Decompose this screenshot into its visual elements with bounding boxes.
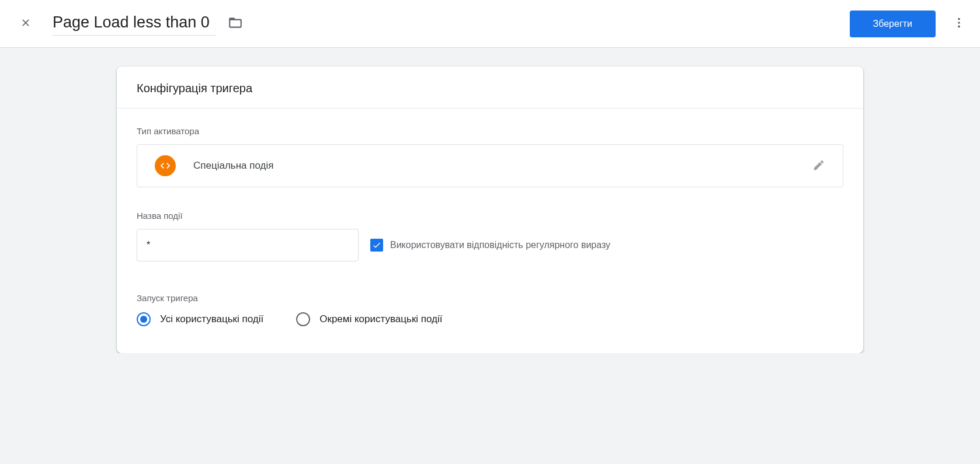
- radio-selected-icon: [137, 312, 151, 326]
- radio-unselected-icon: [296, 312, 310, 326]
- card-title: Конфігурація тригера: [117, 67, 863, 109]
- svg-point-0: [958, 18, 960, 20]
- close-button[interactable]: [19, 17, 33, 31]
- activator-type-row[interactable]: Спеціальна подія: [137, 144, 843, 187]
- checkbox-checked-icon: [370, 239, 383, 252]
- card-body: Тип активатора Спеціальна подія Назва по…: [117, 109, 863, 353]
- title-wrap: [53, 12, 850, 36]
- regex-checkbox[interactable]: Використовувати відповідність регулярног…: [370, 239, 610, 252]
- activator-type-label: Тип активатора: [137, 126, 843, 136]
- more-vertical-icon: [953, 16, 965, 31]
- trigger-config-card: Конфігурація тригера Тип активатора Спец…: [117, 67, 863, 353]
- activator-type-value: Спеціальна подія: [193, 160, 812, 172]
- event-row: Використовувати відповідність регулярног…: [137, 229, 843, 261]
- regex-checkbox-label: Використовувати відповідність регулярног…: [390, 240, 610, 250]
- event-name-label: Назва події: [137, 211, 843, 221]
- radio-some-label: Окремі користувацькі події: [319, 313, 442, 325]
- custom-event-icon: [155, 155, 176, 176]
- folder-icon[interactable]: [228, 15, 243, 32]
- event-name-input[interactable]: [137, 229, 359, 261]
- save-button[interactable]: Зберегти: [850, 11, 936, 37]
- event-name-group: Назва події Використовувати відповідніст…: [137, 211, 843, 261]
- radio-all-label: Усі користувацькі події: [160, 313, 263, 325]
- fire-trigger-label: Запуск тригера: [137, 293, 843, 303]
- svg-point-2: [958, 26, 960, 28]
- pencil-icon: [812, 159, 825, 173]
- close-icon: [20, 17, 32, 30]
- radio-all-events[interactable]: Усі користувацькі події: [137, 312, 263, 326]
- svg-point-1: [958, 22, 960, 24]
- radio-some-events[interactable]: Окремі користувацькі події: [296, 312, 442, 326]
- fire-radio-group: Усі користувацькі події Окремі користува…: [137, 312, 843, 326]
- more-menu-button[interactable]: [952, 17, 966, 31]
- title-input[interactable]: [53, 12, 216, 36]
- page-header: Зберегти: [0, 0, 980, 48]
